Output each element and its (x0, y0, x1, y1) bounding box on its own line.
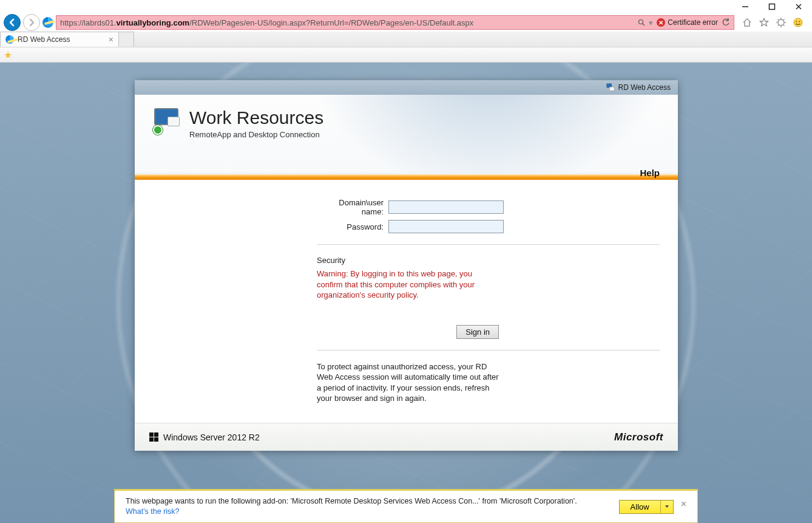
tab-rd-web-access[interactable]: RD Web Access × (0, 32, 119, 47)
cert-error-icon: ✕ (657, 18, 665, 27)
panel-header-label: RD Web Access (618, 83, 671, 92)
security-heading: Security (317, 256, 660, 265)
svg-point-4 (778, 19, 784, 26)
password-label: Password: (317, 222, 384, 231)
help-link[interactable]: Help (640, 168, 660, 178)
username-label: Domain\user name: (317, 198, 384, 216)
tab-strip: RD Web Access × (0, 32, 812, 47)
certificate-error[interactable]: ✕ Certificate error (657, 18, 718, 27)
password-input[interactable] (388, 220, 504, 233)
svg-point-13 (794, 18, 802, 27)
window-close-button[interactable] (785, 0, 812, 13)
home-icon[interactable] (742, 17, 753, 28)
notification-close-icon[interactable]: × (681, 499, 686, 510)
ie-page-icon (42, 17, 53, 28)
login-form: Domain\user name: Password: Security War… (135, 180, 678, 410)
whats-the-risk-link[interactable]: What's the risk? (126, 507, 180, 516)
window-maximize-button[interactable] (759, 0, 785, 13)
window-titlebar (0, 0, 812, 13)
new-tab-button[interactable] (118, 32, 134, 47)
accent-separator (135, 174, 678, 180)
nav-back-button[interactable] (4, 14, 21, 31)
addon-notification-bar: This webpage wants to run the following … (114, 489, 698, 523)
brand-zone: Work Resources RemoteApp and Desktop Con… (135, 95, 678, 174)
tab-favicon (5, 35, 14, 44)
svg-line-9 (777, 19, 779, 20)
search-icon[interactable] (638, 19, 645, 26)
browser-nav-row: https://labrds01.virtuallyboring.com/RDW… (0, 13, 812, 32)
favorites-bar: ★ (0, 47, 812, 63)
smiley-icon[interactable] (793, 17, 804, 28)
security-warning: Warning: By logging in to this web page,… (317, 268, 499, 301)
svg-line-3 (643, 24, 645, 26)
svg-point-15 (799, 21, 800, 22)
windows-server-brand: Windows Server 2012 R2 (149, 432, 260, 442)
rd-web-access-icon (606, 83, 615, 92)
svg-point-14 (796, 21, 797, 22)
svg-line-10 (783, 25, 785, 26)
allow-button[interactable]: Allow (620, 501, 661, 513)
allow-button-group: Allow (619, 500, 674, 514)
page-title: Work Resources (189, 108, 323, 128)
login-panel: RD Web Access Work Resources RemoteApp a… (135, 80, 678, 451)
cert-error-label: Certificate error (668, 18, 718, 27)
username-input[interactable] (388, 200, 504, 214)
work-resources-icon (153, 108, 181, 134)
allow-dropdown-button[interactable] (661, 501, 673, 513)
page-subtitle: RemoteApp and Desktop Connection (189, 130, 323, 139)
tab-close-icon[interactable]: × (109, 35, 113, 44)
address-url: https://labrds01.virtuallyboring.com/RDW… (60, 18, 634, 27)
panel-footer: Windows Server 2012 R2 Microsoft (135, 423, 678, 451)
sign-in-button[interactable]: Sign in (456, 325, 499, 339)
panel-header: RD Web Access (135, 80, 678, 95)
window-minimize-button[interactable] (732, 0, 759, 13)
timeout-note: To protect against unauthorized access, … (317, 361, 505, 404)
browser-viewport: RD Web Access Work Resources RemoteApp a… (0, 63, 812, 523)
nav-forward-button[interactable] (23, 14, 40, 31)
windows-logo-icon (149, 432, 158, 442)
address-bar[interactable]: https://labrds01.virtuallyboring.com/RDW… (56, 15, 734, 30)
svg-rect-1 (770, 4, 775, 10)
add-favorite-icon[interactable]: ★ (4, 49, 12, 61)
refresh-icon[interactable] (722, 18, 730, 27)
svg-point-2 (639, 20, 643, 24)
windows-server-label: Windows Server 2012 R2 (163, 432, 260, 442)
tools-icon[interactable] (776, 17, 787, 28)
svg-line-12 (777, 25, 779, 26)
svg-rect-17 (609, 87, 614, 91)
tab-title: RD Web Access (18, 35, 70, 44)
notification-text: This webpage wants to run the following … (126, 497, 577, 505)
favorites-icon[interactable] (759, 17, 770, 28)
svg-line-11 (783, 19, 785, 20)
microsoft-brand: Microsoft (614, 431, 663, 443)
